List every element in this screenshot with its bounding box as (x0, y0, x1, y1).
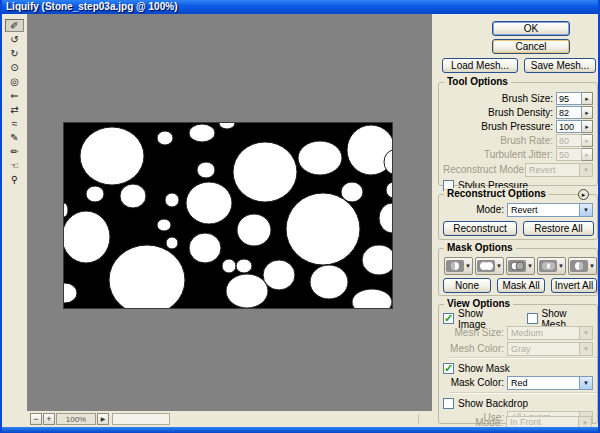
mask-color-select[interactable]: Red ▼ (507, 376, 593, 390)
brush-density-input[interactable]: 82 (556, 106, 582, 119)
brush-size-slider-arrow[interactable]: ▸ (582, 92, 593, 105)
chevron-down-icon: ▼ (579, 164, 592, 176)
hand-tool[interactable]: ☜ (5, 159, 24, 172)
brush-size-input[interactable]: 95 (556, 92, 582, 105)
reconstruct-tool[interactable]: ↺ (5, 33, 24, 46)
cancel-button[interactable]: Cancel (492, 39, 570, 54)
ok-button[interactable]: OK (492, 21, 570, 36)
chevron-down-icon: ▼ (579, 327, 592, 339)
chevron-down-icon: ▼ (589, 263, 595, 269)
twirl-clockwise-tool[interactable]: ↻ (5, 47, 24, 60)
reconstruct-options-title: Reconstruct Options (444, 188, 549, 199)
invert-all-button[interactable]: Invert All (551, 278, 597, 293)
reconstruct-mode2-label: Mode: (443, 204, 507, 215)
bloat-tool[interactable]: ◎ (5, 75, 24, 88)
thaw-mask-tool[interactable]: ✏ (5, 145, 24, 158)
chevron-down-icon[interactable]: ▼ (579, 204, 592, 216)
chevron-down-icon: ▼ (527, 263, 533, 269)
brush-density-label: Brush Density: (443, 107, 556, 118)
chevron-down-icon: ▼ (579, 343, 592, 355)
push-left-tool[interactable]: ⇐ (5, 89, 24, 102)
mesh-color-label: Mesh Color: (443, 343, 507, 354)
invert-selection-icon[interactable]: ▼ (568, 257, 597, 275)
show-image-checkbox[interactable] (443, 313, 454, 324)
chevron-down-icon: ▼ (558, 263, 564, 269)
show-backdrop-label: Show Backdrop (458, 398, 528, 409)
stone-image-svg (64, 123, 392, 308)
tool-options-title: Tool Options (444, 76, 511, 87)
turbulent-jitter-input: 50 (556, 148, 582, 161)
load-mesh-button[interactable]: Load Mesh... (442, 58, 518, 73)
dialog-title: Liquify (Stone_step03a.jpg @ 100%) (6, 1, 177, 12)
forward-warp-tool[interactable]: ✐ (5, 19, 24, 32)
mask-none-button[interactable]: None (443, 278, 491, 293)
mesh-color-select: Gray ▼ (507, 342, 593, 356)
brush-rate-input: 80 (556, 134, 582, 147)
zoom-in-button[interactable]: + (43, 413, 55, 425)
horizontal-scrollbar[interactable] (112, 413, 170, 425)
save-mesh-button[interactable]: Save Mesh... (524, 58, 596, 73)
panel-menu-icon[interactable]: ▸ (578, 189, 589, 200)
preview-canvas[interactable] (27, 14, 432, 411)
mesh-size-select: Medium ▼ (507, 326, 593, 340)
chevron-down-icon: ▼ (578, 417, 591, 427)
intersect-with-selection-icon[interactable]: ▼ (537, 257, 566, 275)
stone-preview-image[interactable] (64, 123, 392, 308)
add-to-selection-icon[interactable]: ▼ (475, 257, 504, 275)
replace-selection-icon[interactable]: ▼ (444, 257, 473, 275)
show-mask-label: Show Mask (458, 363, 510, 374)
show-backdrop-checkbox[interactable] (443, 398, 454, 409)
mask-options-group: Mask Options ▼ ▼ ▼ ▼ (438, 248, 598, 296)
turbulence-tool[interactable]: ≈ (5, 117, 24, 130)
zoom-level-display: 100% (56, 413, 96, 425)
brush-size-label: Brush Size: (443, 93, 556, 104)
reconstruct-button[interactable]: Reconstruct (443, 221, 517, 236)
status-bar: − + 100% ▶ (2, 411, 432, 427)
chevron-down-icon: ▼ (465, 263, 471, 269)
brush-pressure-label: Brush Pressure: (443, 121, 556, 132)
chevron-down-icon[interactable]: ▼ (579, 377, 592, 389)
turbulent-jitter-slider-arrow: ▸ (582, 148, 593, 161)
window-bottom-border (0, 427, 600, 433)
options-panel: OK Cancel Load Mesh... Save Mesh... Tool… (432, 14, 600, 427)
brush-rate-label: Brush Rate: (443, 135, 556, 146)
brush-pressure-slider-arrow[interactable]: ▸ (582, 120, 593, 133)
backdrop-mode-label: Mode: (442, 417, 506, 428)
freeze-mask-tool[interactable]: ✎ (5, 131, 24, 144)
liquify-tool-palette: ✐↺↻⊙◎⇐⇄≈✎✏☜⚲ (2, 14, 27, 411)
brush-rate-slider-arrow: ▸ (582, 134, 593, 147)
show-mesh-checkbox[interactable] (527, 313, 538, 324)
liquify-dialog: Liquify (Stone_step03a.jpg @ 100%) ✐↺↻⊙◎… (0, 0, 600, 433)
restore-all-button[interactable]: Restore All (523, 221, 594, 236)
brush-density-slider-arrow[interactable]: ▸ (582, 106, 593, 119)
mesh-size-label: Mesh Size: (443, 327, 507, 338)
mask-color-label: Mask Color: (443, 377, 507, 388)
chevron-down-icon: ▼ (496, 263, 502, 269)
zoom-tool[interactable]: ⚲ (5, 173, 24, 186)
mirror-tool[interactable]: ⇄ (5, 103, 24, 116)
show-mask-checkbox[interactable] (443, 363, 454, 374)
zoom-menu-arrow-button[interactable]: ▶ (97, 413, 109, 425)
mask-all-button[interactable]: Mask All (497, 278, 545, 293)
reconstruct-options-group: Reconstruct Options ▸ Mode: Revert ▼ Rec… (438, 194, 598, 240)
pucker-tool[interactable]: ⊙ (5, 61, 24, 74)
resize-grip (418, 414, 426, 424)
zoom-out-button[interactable]: − (30, 413, 42, 425)
reconstruct-mode-label: Reconstruct Mode: (443, 164, 525, 175)
brush-pressure-input[interactable]: 100 (556, 120, 582, 133)
reconstruct-mode-select: Revert ▼ (525, 163, 593, 177)
mask-options-title: Mask Options (444, 242, 516, 253)
title-bar[interactable]: Liquify (Stone_step03a.jpg @ 100%) (0, 0, 600, 14)
reconstruct-options-mode-select[interactable]: Revert ▼ (507, 203, 593, 217)
turbulent-jitter-label: Turbulent Jitter: (443, 149, 556, 160)
view-options-group: View Options Show Image Show Mesh Mesh S… (438, 304, 598, 424)
subtract-from-selection-icon[interactable]: ▼ (506, 257, 535, 275)
tool-options-group: Tool Options Brush Size: 95 ▸ Brush Dens… (438, 82, 598, 186)
